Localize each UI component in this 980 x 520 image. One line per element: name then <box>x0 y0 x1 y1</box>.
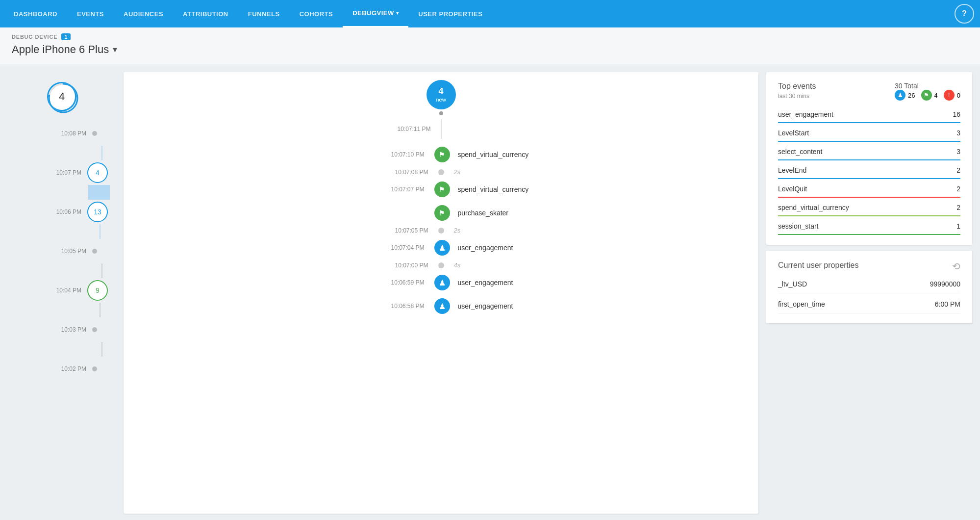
gap-dot-3 <box>438 262 444 268</box>
event-row-3[interactable]: 10:07:07 PM ⚑ spend_virtual_currency <box>124 178 758 201</box>
event-icon-6: ♟ <box>434 275 450 290</box>
flag-icon-2: ⚑ <box>439 185 445 193</box>
nav-audiences[interactable]: AUDIENCES <box>114 0 173 27</box>
top-event-counter: 4 <box>47 82 76 111</box>
top-event-spend-virtual-currency[interactable]: spend_virtual_currency 2 <box>778 204 960 216</box>
event-row-5[interactable]: 10:07:04 PM ♟ user_engagement <box>124 236 758 260</box>
event-time-5: 10:07:04 PM <box>124 244 434 251</box>
timeline-bubble-1006[interactable]: 13 <box>87 202 108 222</box>
top-event-user-engagement[interactable]: user_engagement 16 <box>778 110 960 123</box>
event-name-3: spend_virtual_currency <box>450 185 759 193</box>
timeline-connector-4 <box>100 303 101 317</box>
event-name-2: spend_virtual_currency <box>450 151 759 158</box>
user-properties-list: _ltv_USD 99990000 first_open_time 6:00 P… <box>778 280 960 313</box>
new-label: new <box>436 97 446 103</box>
user-properties-title: Current user properties <box>778 261 859 270</box>
timeline-connector-3 <box>101 263 102 278</box>
top-events-list: user_engagement 16 LevelStart 3 select_c… <box>778 110 960 235</box>
help-button[interactable]: ? <box>955 4 974 24</box>
event-name-5: user_engagement <box>450 244 759 252</box>
event-time-3: 10:07:07 PM <box>124 186 434 193</box>
red-count-chip: ! 0 <box>944 90 960 101</box>
timeline-row-1005: 10:05 PM <box>8 239 112 263</box>
nav-user-properties[interactable]: USER PROPERTIES <box>408 0 492 27</box>
person-icon: ♟ <box>439 243 446 253</box>
alert-chip-icon: ! <box>948 92 950 99</box>
user-prop-first-open-time[interactable]: first_open_time 6:00 PM <box>778 300 960 313</box>
debug-device-label: DEBUG DEVICE 1 <box>12 33 968 40</box>
event-time-1: 10:07:11 PM <box>124 126 441 132</box>
blue-count-chip: ♟ 26 <box>895 90 915 101</box>
user-properties-header: Current user properties ⟲ <box>778 260 960 272</box>
event-icon-4: ⚑ <box>434 205 450 221</box>
top-event-levelend[interactable]: LevelEnd 2 <box>778 166 960 179</box>
debugview-dropdown-arrow: ▾ <box>396 10 399 16</box>
event-row-7[interactable]: 10:06:58 PM ♟ user_engagement <box>124 294 758 318</box>
right-panel: Top events last 30 mins 30 Total ♟ 26 <box>766 72 972 514</box>
top-event-select-content[interactable]: select_content 3 <box>778 148 960 160</box>
timeline-dot-1005 <box>92 249 97 254</box>
nav-debugview[interactable]: DEBUGVIEW ▾ <box>343 0 408 27</box>
flag-icon: ⚑ <box>439 151 445 158</box>
event-time-7: 10:06:58 PM <box>124 303 434 310</box>
event-time-gap3: 10:07:00 PM <box>124 262 438 269</box>
left-timeline: 4 10:08 PM 10:07 PM 4 <box>8 72 116 514</box>
timeline-connector <box>101 146 102 160</box>
top-event-levelstart[interactable]: LevelStart 3 <box>778 129 960 142</box>
connector-dot <box>439 111 443 115</box>
nav-dashboard[interactable]: DASHBOARD <box>4 0 67 27</box>
timeline-connector-2 <box>100 224 101 239</box>
top-event-levelquit[interactable]: LevelQuit 2 <box>778 185 960 198</box>
gap-label-3: 4s <box>444 261 759 269</box>
event-row-1: 10:07:11 PM <box>124 115 758 143</box>
event-icon-5: ♟ <box>434 240 450 256</box>
top-event-session-start[interactable]: session_start 1 <box>778 222 960 235</box>
top-events-total: 30 Total <box>895 82 960 90</box>
green-count-chip: ⚑ 4 <box>921 90 938 101</box>
events-list: 10:07:11 PM 10:07:10 PM ⚑ spend_virtual_… <box>124 115 758 318</box>
event-time-6: 10:06:59 PM <box>124 279 434 286</box>
red-chip-icon: ! <box>944 90 955 101</box>
blue-chip-icon: ♟ <box>895 90 905 101</box>
event-time-gap2: 10:07:05 PM <box>124 227 438 234</box>
timeline-dot-1008 <box>92 131 97 136</box>
timeline-row-1008: 10:08 PM <box>8 121 112 146</box>
timeline-bubble-1007[interactable]: 4 <box>87 162 108 183</box>
person-chip-icon: ♟ <box>898 92 903 99</box>
event-type-counts: ♟ 26 ⚑ 4 ! <box>895 90 960 101</box>
nav-events[interactable]: EVENTS <box>67 0 114 27</box>
timeline-rows: 10:08 PM 10:07 PM 4 10:06 PM 13 <box>8 121 116 381</box>
timeline-highlight-connector <box>88 185 110 200</box>
gap-label-1: 2s <box>444 168 759 176</box>
event-row-6[interactable]: 10:06:59 PM ♟ user_engagement <box>124 271 758 294</box>
event-gap-1: 10:07:08 PM 2s <box>124 166 758 178</box>
event-name-4: purchase_skater <box>450 209 759 217</box>
nav-cohorts[interactable]: COHORTS <box>290 0 343 27</box>
top-events-title: Top events <box>778 82 816 91</box>
device-name: Apple iPhone 6 Plus <box>12 43 109 56</box>
flag-chip-icon: ⚑ <box>924 92 929 99</box>
timeline-row-1007: 10:07 PM 4 <box>8 160 112 185</box>
event-name-6: user_engagement <box>450 279 759 286</box>
history-icon[interactable]: ⟲ <box>952 260 960 272</box>
timeline-dot-1002 <box>92 366 97 371</box>
green-chip-icon: ⚑ <box>921 90 932 101</box>
event-time-2: 10:07:10 PM <box>124 151 434 158</box>
timeline-bubble-1004[interactable]: 9 <box>87 280 108 301</box>
debug-count-badge: 1 <box>61 33 71 40</box>
person-icon-2: ♟ <box>439 278 446 287</box>
nav-funnels[interactable]: FUNNELS <box>238 0 290 27</box>
person-icon-3: ♟ <box>439 302 446 311</box>
top-navigation: DASHBOARD EVENTS AUDIENCES ATTRIBUTION F… <box>0 0 980 27</box>
event-row-4[interactable]: ⚑ purchase_skater <box>124 201 758 225</box>
gap-dot-2 <box>438 228 444 234</box>
user-prop-ltv[interactable]: _ltv_USD 99990000 <box>778 280 960 293</box>
event-row-2[interactable]: 10:07:10 PM ⚑ spend_virtual_currency <box>124 143 758 166</box>
new-events-badge: 4 new <box>427 80 456 109</box>
nav-attribution[interactable]: ATTRIBUTION <box>173 0 238 27</box>
flag-icon-3: ⚑ <box>439 209 445 217</box>
device-dropdown-icon: ▾ <box>113 44 117 55</box>
timeline-dot-1003 <box>92 327 97 332</box>
device-selector[interactable]: Apple iPhone 6 Plus ▾ <box>12 43 968 56</box>
top-events-subtitle: last 30 mins <box>778 93 816 100</box>
